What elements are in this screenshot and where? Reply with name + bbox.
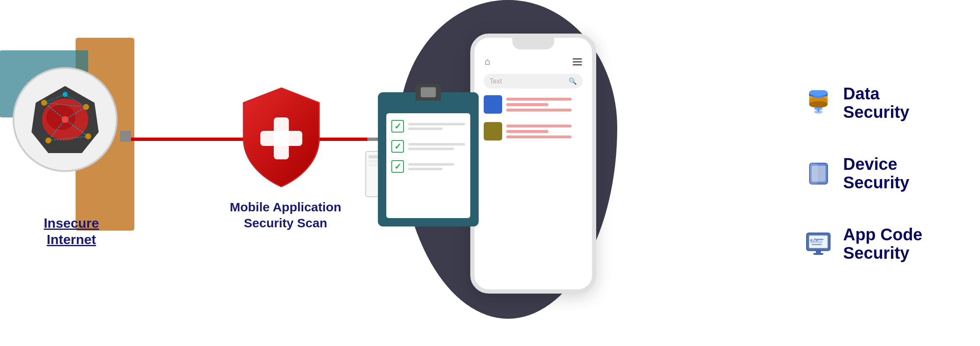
phone-list-line (506, 130, 548, 133)
phone-list-lines-2 (506, 125, 583, 138)
phone-home-icon: ⌂ (485, 56, 490, 67)
svg-point-2 (46, 105, 76, 130)
clipboard-clip-inner (421, 87, 436, 97)
svg-rect-40 (810, 241, 823, 242)
phone-list-line (506, 135, 571, 138)
shield-container: Mobile ApplicationSecurity Scan (235, 84, 336, 201)
data-security-item: DataSecurity (804, 84, 972, 121)
check-lines-3 (408, 163, 465, 170)
check-lines-1 (408, 123, 465, 130)
insecure-cluster: InsecureInternet (0, 25, 143, 260)
checkbox-1: ✓ (391, 120, 404, 133)
check-line (408, 143, 465, 146)
phone-list-item-1 (481, 94, 585, 115)
right-labels-panel: DataSecurity DeviceSecurity (804, 0, 980, 346)
check-line (408, 168, 443, 170)
svg-point-23 (809, 101, 828, 108)
database-svg (806, 90, 831, 115)
security-shield-icon (235, 84, 328, 193)
svg-point-9 (62, 116, 68, 123)
phone-menu-icon (573, 58, 582, 65)
menu-line (573, 61, 582, 62)
svg-rect-34 (810, 163, 818, 184)
phone-search-icon: 🔍 (569, 77, 577, 85)
phone-list-lines-1 (506, 98, 583, 112)
check-line (408, 127, 443, 130)
code-icon: </> (804, 229, 833, 258)
device-security-item: DeviceSecurity (804, 155, 972, 192)
svg-rect-43 (813, 253, 823, 255)
checklist-item-3: ✓ (391, 160, 465, 173)
checklist-item-1: ✓ (391, 120, 465, 133)
check-lines-2 (408, 143, 465, 150)
main-scene: InsecureInternet (0, 0, 980, 346)
app-code-security-label: App CodeSecurity (843, 225, 922, 262)
clipboard-clip (416, 84, 441, 101)
svg-point-12 (45, 138, 51, 143)
svg-rect-18 (260, 131, 302, 146)
device-security-label: DeviceSecurity (843, 155, 909, 192)
connector-square (120, 131, 131, 142)
phone-list-line (506, 98, 571, 101)
check-line (408, 163, 454, 166)
code-svg: </> (806, 231, 831, 256)
svg-rect-42 (816, 250, 821, 253)
phone-header: ⌂ (481, 55, 585, 69)
check-line (408, 123, 465, 125)
shield-label: Mobile ApplicationSecurity Scan (230, 199, 341, 231)
device-svg (807, 161, 830, 185)
phone-notch (512, 38, 554, 49)
svg-point-29 (814, 110, 823, 114)
checklist-container: ✓ ✓ (378, 92, 495, 243)
phone-list-line (506, 109, 571, 112)
device-icon (804, 159, 833, 188)
menu-line (573, 58, 582, 60)
phone-list-line (506, 103, 548, 106)
checkmark-2: ✓ (394, 141, 401, 151)
app-code-security-item: </> App CodeSecurity (804, 225, 972, 262)
checklist-item-2: ✓ (391, 140, 465, 153)
phone-list-line (506, 125, 571, 127)
checkbox-2: ✓ (391, 140, 404, 153)
checkmark-1: ✓ (394, 121, 401, 131)
menu-line (573, 64, 582, 65)
phone-search-bar[interactable]: Text 🔍 (484, 74, 583, 88)
phone-search-placeholder: Text (490, 78, 502, 85)
database-icon (804, 88, 833, 117)
clipboard: ✓ ✓ (378, 92, 479, 226)
checkbox-3: ✓ (391, 160, 404, 173)
network-graph (23, 78, 107, 161)
cluster-circle (13, 67, 118, 172)
svg-point-13 (85, 133, 91, 139)
data-security-label: DataSecurity (843, 84, 909, 121)
insecure-label: InsecureInternet (44, 215, 99, 247)
phone-list-item-2 (481, 120, 585, 142)
clipboard-paper: ✓ ✓ (386, 113, 470, 218)
svg-rect-39 (815, 239, 823, 240)
check-line (408, 148, 454, 150)
svg-rect-41 (812, 244, 822, 245)
checkmark-3: ✓ (394, 161, 401, 172)
